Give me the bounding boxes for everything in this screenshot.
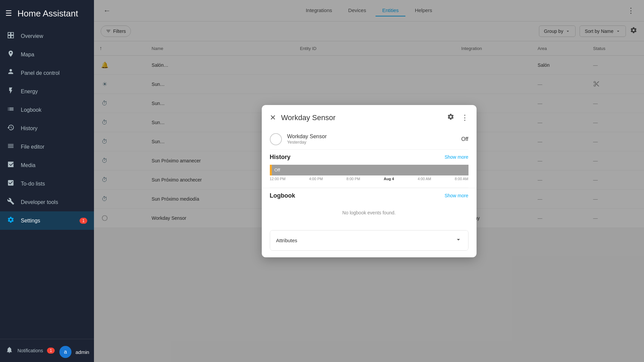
- history-chart: Off 12:00 PM 4:00 PM 8:00 PM Aug 4 4:00 …: [270, 165, 468, 181]
- history-section-label: History: [270, 154, 291, 161]
- avatar: a: [59, 346, 71, 358]
- sensor-value: Off: [461, 136, 468, 142]
- main-content: ← Integrations Devices Entities Helpers …: [94, 0, 644, 362]
- settings-icon: [7, 216, 15, 225]
- sidebar-item-logbook[interactable]: Logbook: [0, 101, 94, 119]
- developer-icon: [7, 198, 15, 207]
- attributes-accordion[interactable]: Attributes: [270, 230, 468, 251]
- timeline-label-2: 4:00 PM: [309, 177, 323, 181]
- sidebar-item-settings-label: Settings: [21, 218, 40, 224]
- sidebar: ☰ Home Assistant Overview Mapa Panel de …: [0, 0, 94, 362]
- sidebar-item-developer[interactable]: Developer tools: [0, 193, 94, 211]
- sidebar-item-mapa[interactable]: Mapa: [0, 45, 94, 64]
- logbook-section-label: Logbook: [270, 192, 295, 199]
- modal-title: Workday Sensor: [281, 113, 442, 122]
- svg-rect-0: [8, 33, 10, 35]
- attributes-label: Attributes: [276, 238, 297, 243]
- sidebar-item-history[interactable]: History: [0, 119, 94, 138]
- timeline-label-5: 4:00 AM: [417, 177, 431, 181]
- svg-rect-1: [11, 33, 13, 35]
- energy-icon: [7, 87, 15, 96]
- notifications-badge: 1: [47, 348, 55, 354]
- sensor-info-row: Workday Sensor Yesterday Off: [262, 129, 477, 149]
- modal-overlay[interactable]: ✕ Workday Sensor ⋮ Workday Sensor Yester…: [94, 0, 644, 362]
- media-icon: [7, 161, 15, 170]
- file-editor-icon: [7, 142, 15, 151]
- timeline-label-4: Aug 4: [384, 177, 394, 181]
- sidebar-item-media[interactable]: Media: [0, 156, 94, 174]
- modal-more-button[interactable]: ⋮: [460, 112, 470, 123]
- sidebar-item-file-editor[interactable]: File editor: [0, 138, 94, 156]
- panel-icon: [7, 68, 15, 77]
- sidebar-item-panel[interactable]: Panel de control: [0, 64, 94, 82]
- sidebar-item-settings[interactable]: Settings 1: [0, 211, 94, 230]
- sidebar-item-panel-label: Panel de control: [21, 70, 60, 76]
- chevron-down-icon: [455, 236, 462, 245]
- menu-icon[interactable]: ☰: [5, 9, 12, 18]
- user-footer: a admin: [59, 343, 89, 358]
- logbook-icon: [7, 105, 15, 114]
- modal-close-button[interactable]: ✕: [268, 112, 277, 123]
- mapa-icon: [7, 50, 15, 59]
- app-title: Home Assistant: [17, 8, 78, 19]
- timeline-label-1: 12:00 PM: [270, 177, 286, 181]
- sensor-subtitle: Yesterday: [287, 140, 456, 145]
- sidebar-item-todo[interactable]: To-do lists: [0, 174, 94, 193]
- history-show-more-link[interactable]: Show more: [445, 154, 468, 160]
- sidebar-item-developer-label: Developer tools: [21, 199, 58, 205]
- history-bar-grey: Off: [272, 165, 468, 175]
- svg-rect-3: [11, 36, 13, 38]
- overview-icon: [7, 32, 15, 41]
- sidebar-footer: admin Notifications 1 a admin: [0, 339, 94, 362]
- sidebar-item-overview[interactable]: Overview: [0, 27, 94, 45]
- sidebar-item-overview-label: Overview: [21, 33, 43, 39]
- history-bar-label: Off: [275, 167, 280, 172]
- username-label: admin: [76, 349, 89, 355]
- logbook-section: Logbook Show more No logbook events foun…: [262, 188, 477, 226]
- history-icon: [7, 124, 15, 133]
- history-section: History Show more Off 12:00 PM 4:00 PM 8…: [262, 150, 477, 188]
- sidebar-item-history-label: History: [21, 125, 38, 132]
- timeline-label-3: 8:00 PM: [346, 177, 360, 181]
- modal-dialog: ✕ Workday Sensor ⋮ Workday Sensor Yester…: [262, 105, 477, 257]
- svg-rect-2: [8, 36, 10, 38]
- attributes-header[interactable]: Attributes: [270, 230, 468, 250]
- sidebar-nav: Overview Mapa Panel de control Energy: [0, 27, 94, 339]
- history-timeline: 12:00 PM 4:00 PM 8:00 PM Aug 4 4:00 AM 8…: [270, 175, 468, 181]
- sensor-circle-icon: [270, 133, 282, 145]
- logbook-title-row: Logbook Show more: [270, 192, 468, 199]
- notifications-icon: [5, 346, 13, 355]
- sensor-info: Workday Sensor Yesterday: [287, 134, 456, 145]
- history-bar: Off: [270, 165, 468, 175]
- timeline-label-6: 8:00 AM: [455, 177, 468, 181]
- sidebar-header: ☰ Home Assistant: [0, 0, 94, 27]
- modal-gear-button[interactable]: [446, 112, 456, 124]
- sidebar-item-media-label: Media: [21, 162, 36, 168]
- sidebar-item-logbook-label: Logbook: [21, 107, 41, 113]
- notifications-item[interactable]: admin Notifications 1: [5, 346, 55, 355]
- notifications-text: Notifications: [17, 348, 43, 353]
- sidebar-item-mapa-label: Mapa: [21, 52, 34, 58]
- logbook-show-more-link[interactable]: Show more: [445, 193, 468, 198]
- no-events-text: No logbook events found.: [270, 203, 468, 222]
- modal-header: ✕ Workday Sensor ⋮: [262, 105, 477, 129]
- sidebar-item-energy[interactable]: Energy: [0, 82, 94, 101]
- sidebar-item-energy-label: Energy: [21, 89, 38, 95]
- todo-icon: [7, 179, 15, 188]
- sidebar-item-file-editor-label: File editor: [21, 144, 44, 150]
- sensor-name: Workday Sensor: [287, 134, 456, 140]
- sidebar-item-todo-label: To-do lists: [21, 181, 45, 187]
- settings-badge: 1: [80, 218, 87, 224]
- history-title-row: History Show more: [270, 154, 468, 161]
